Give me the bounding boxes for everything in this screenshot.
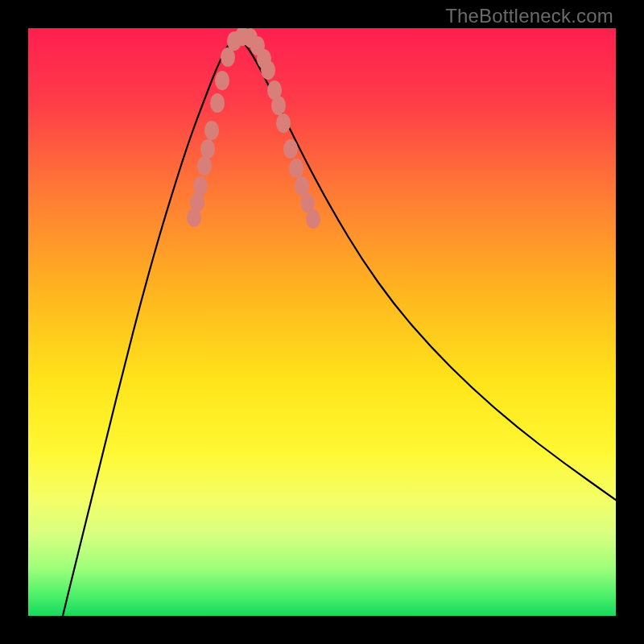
marker-point bbox=[289, 159, 303, 178]
marker-point bbox=[295, 176, 309, 196]
chart-frame: TheBottleneck.com bbox=[0, 0, 644, 644]
curve-layer bbox=[28, 28, 616, 616]
marker-point bbox=[193, 176, 208, 196]
marker-point bbox=[204, 121, 219, 140]
marker-point bbox=[271, 96, 286, 115]
marker-point bbox=[283, 139, 298, 159]
marker-point bbox=[261, 60, 275, 80]
marker-point bbox=[200, 139, 215, 159]
marker-point bbox=[215, 71, 229, 90]
right-curve bbox=[237, 36, 616, 500]
plot-area bbox=[28, 28, 616, 616]
marker-point bbox=[276, 114, 291, 133]
watermark-text: TheBottleneck.com bbox=[445, 5, 613, 27]
marker-point bbox=[197, 156, 212, 175]
marker-point bbox=[210, 93, 225, 113]
marker-point bbox=[306, 209, 320, 229]
